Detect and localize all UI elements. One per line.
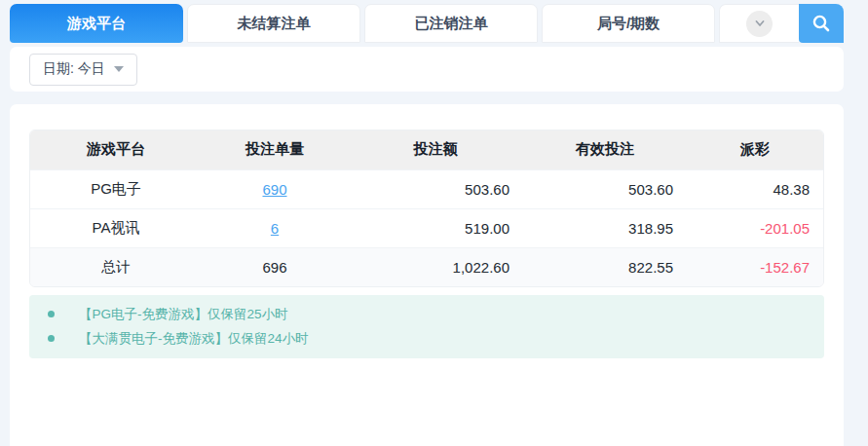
total-bet-count: 696 <box>202 247 348 286</box>
header-payout: 派彩 <box>687 130 823 169</box>
payout-cell: 48.38 <box>687 169 823 208</box>
table-total-row: 总计 696 1,022.60 822.55 -152.67 <box>30 247 823 286</box>
report-table: 游戏平台 投注单量 投注额 有效投注 派彩 PG电子 690 503.60 50… <box>29 130 824 287</box>
tab-round-period[interactable]: 局号/期数 <box>542 4 715 43</box>
total-valid-bet: 822.55 <box>523 247 687 286</box>
bet-count-link[interactable]: 690 <box>262 181 286 198</box>
bet-amount-cell: 503.60 <box>348 169 523 208</box>
bet-amount-cell: 519.00 <box>348 208 523 247</box>
total-bet-amount: 1,022.60 <box>348 247 523 286</box>
chevron-down-icon <box>753 17 767 30</box>
filter-bar: 日期: 今日 <box>10 47 844 92</box>
tab-collapse-cell <box>719 4 799 43</box>
notes-panel: 【PG电子-免费游戏】仅保留25小时 【大满贯电子-免费游戏】仅保留24小时 <box>29 295 824 358</box>
table-header-row: 游戏平台 投注单量 投注额 有效投注 派彩 <box>30 130 823 169</box>
note-text: 【大满贯电子-免费游戏】仅保留24小时 <box>79 330 309 348</box>
total-payout: -152.67 <box>687 247 823 286</box>
search-button[interactable] <box>799 4 844 43</box>
note-item: 【大满贯电子-免费游戏】仅保留24小时 <box>29 326 824 351</box>
table-row: PA视讯 6 519.00 318.95 -201.05 <box>30 208 823 247</box>
bet-count-link[interactable]: 6 <box>271 220 279 237</box>
date-filter-label: 日期: 今日 <box>43 60 105 78</box>
tab-bar: 游戏平台 未结算注单 已注销注单 局号/期数 <box>10 4 844 43</box>
platform-cell: PA视讯 <box>30 208 202 247</box>
bullet-icon <box>48 335 55 342</box>
bullet-icon <box>48 311 55 317</box>
report-card: 游戏平台 投注单量 投注额 有效投注 派彩 PG电子 690 503.60 50… <box>10 104 844 446</box>
note-text: 【PG电子-免费游戏】仅保留25小时 <box>79 306 288 323</box>
total-label: 总计 <box>30 247 202 286</box>
tab-bar-end <box>719 4 844 43</box>
caret-down-icon <box>114 66 124 72</box>
table-row: PG电子 690 503.60 503.60 48.38 <box>30 169 823 208</box>
header-platform: 游戏平台 <box>30 130 202 169</box>
valid-bet-cell: 318.95 <box>523 208 687 247</box>
header-valid-bet: 有效投注 <box>523 130 687 169</box>
payout-cell: -201.05 <box>687 208 823 247</box>
header-bet-count: 投注单量 <box>202 130 348 169</box>
header-bet-amount: 投注额 <box>348 130 523 169</box>
page-content: 游戏平台 未结算注单 已注销注单 局号/期数 日期: 今日 <box>10 4 844 446</box>
date-filter-dropdown[interactable]: 日期: 今日 <box>29 54 137 86</box>
tab-cancelled-bets[interactable]: 已注销注单 <box>364 4 538 43</box>
valid-bet-cell: 503.60 <box>523 169 687 208</box>
tab-game-platform[interactable]: 游戏平台 <box>10 4 183 43</box>
collapse-tabs-button[interactable] <box>746 11 773 37</box>
platform-cell: PG电子 <box>30 169 202 208</box>
search-icon <box>811 13 832 34</box>
note-item: 【PG电子-免费游戏】仅保留25小时 <box>29 302 824 326</box>
tab-unsettled-bets[interactable]: 未结算注单 <box>187 4 360 43</box>
